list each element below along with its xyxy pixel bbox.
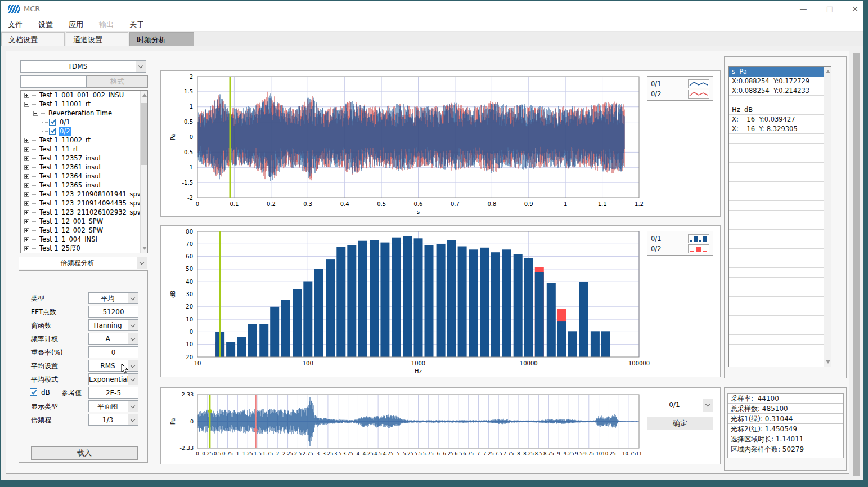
readout-row[interactable] [729, 230, 824, 239]
form-select-平均模式[interactable]: Exponential [88, 373, 138, 385]
form-select-显示类型[interactable]: 平面图 [88, 400, 138, 412]
readout-row[interactable] [729, 278, 824, 287]
octave-spectrum-chart[interactable]: 1010010001000010000080706050403020100-10… [160, 225, 721, 377]
maximize-button[interactable]: □ [818, 2, 841, 16]
readout-row[interactable] [729, 211, 824, 220]
form-select-倍频程[interactable]: 1/3 [88, 414, 138, 426]
form-input-FFT点数[interactable] [88, 306, 138, 318]
tab-时频分析[interactable]: 时频分析 [129, 32, 194, 46]
tree-checkbox[interactable] [49, 128, 56, 135]
expand-icon[interactable] [24, 228, 29, 233]
readout-row[interactable] [729, 153, 824, 163]
chevron-down-icon[interactable] [128, 401, 138, 412]
load-button[interactable]: 载入 [31, 446, 138, 460]
menu-item-设置[interactable]: 设置 [30, 18, 61, 32]
menu-item-应用[interactable]: 应用 [61, 18, 91, 32]
form-select-频率计权[interactable]: A [88, 333, 138, 345]
menu-item-关于[interactable]: 关于 [122, 18, 152, 32]
tree-item[interactable]: Test 1_12357_insul [21, 154, 147, 163]
tab-文档设置[interactable]: 文档设置 [1, 32, 65, 46]
menu-item-文件[interactable]: 文件 [0, 18, 30, 32]
filter-input[interactable] [20, 75, 87, 88]
chevron-down-icon[interactable] [128, 320, 138, 330]
scroll-down-icon[interactable] [826, 360, 830, 364]
tree-item[interactable]: Test 1_123_210908101941_spw [21, 190, 147, 199]
readout-row[interactable] [729, 316, 824, 325]
expand-icon[interactable] [24, 183, 29, 188]
readout-scrollbar[interactable] [824, 67, 831, 367]
scroll-up-icon[interactable] [142, 93, 147, 97]
chevron-down-icon[interactable] [128, 333, 138, 344]
readout-row[interactable] [729, 268, 824, 278]
expand-icon[interactable] [24, 201, 29, 206]
form-select-类型[interactable]: 平均 [88, 292, 138, 304]
chevron-down-icon[interactable] [137, 257, 147, 269]
readout-row[interactable] [729, 306, 824, 316]
channel-select[interactable]: 0/1 [647, 399, 713, 412]
tree-item[interactable]: Test 1_11_rt [21, 145, 147, 154]
tree-item[interactable]: Test 1_12365_insul [21, 181, 147, 190]
minimize-button[interactable]: — [792, 2, 815, 16]
form-select-窗函数[interactable]: Hanning [88, 319, 138, 331]
collapse-icon[interactable] [33, 111, 38, 116]
scroll-down-icon[interactable] [142, 247, 147, 250]
readout-row[interactable]: X:0.088254 Y:0.214233 [729, 86, 824, 96]
readout-row[interactable] [729, 249, 824, 258]
readout-row[interactable] [729, 144, 824, 153]
file-format-select[interactable]: TDMS [20, 60, 146, 73]
tree-item[interactable]: Test 1_12364_insul [21, 172, 147, 181]
tree-checkbox[interactable] [49, 119, 56, 126]
tree-item[interactable]: Test 1_12_001_SPW [21, 217, 147, 226]
readout-row[interactable]: s Pa [729, 67, 824, 77]
readout-row[interactable] [729, 335, 824, 345]
expand-icon[interactable] [24, 246, 29, 251]
expand-icon[interactable] [24, 156, 29, 161]
readout-row[interactable]: Hz dB [729, 105, 824, 115]
cursor1-green-marker[interactable] [208, 409, 212, 413]
chevron-down-icon[interactable] [128, 293, 138, 303]
confirm-button[interactable]: 确定 [647, 417, 713, 430]
readout-row[interactable] [729, 325, 824, 335]
expand-icon[interactable] [24, 165, 29, 170]
expand-icon[interactable] [24, 219, 29, 224]
tree-scroll-thumb[interactable] [141, 103, 147, 165]
tree-item[interactable]: 0/1 [21, 118, 147, 127]
tree-item[interactable]: 0/2 [21, 127, 147, 136]
chevron-down-icon[interactable] [128, 360, 138, 371]
analysis-type-select[interactable]: 倍频程分析 [19, 257, 147, 269]
expand-icon[interactable] [24, 210, 29, 215]
form-select-平均设置[interactable]: RMS [88, 360, 138, 372]
readout-row[interactable] [729, 191, 824, 201]
expand-icon[interactable] [24, 93, 29, 98]
chevron-down-icon[interactable] [128, 374, 138, 385]
expand-icon[interactable] [24, 138, 29, 143]
expand-icon[interactable] [24, 237, 29, 242]
db-checkbox[interactable] [30, 388, 37, 396]
tree-item[interactable]: Test 1_001_001_002_INSU [21, 91, 147, 100]
readout-row[interactable]: X: 16 Y:-8.329305 [729, 124, 824, 134]
readout-row[interactable] [729, 239, 824, 249]
full-record-chart[interactable]: 00.250.50.7511.251.51.7522.252.52.7533.2… [160, 387, 721, 464]
chevron-down-icon[interactable] [136, 61, 146, 72]
readout-row[interactable] [729, 345, 824, 354]
readout-row[interactable] [729, 163, 824, 172]
readout-row[interactable] [729, 134, 824, 144]
readout-row[interactable] [729, 201, 824, 211]
readout-row[interactable] [729, 297, 824, 306]
tree-item[interactable]: Test 1_123_211026102932_spw [21, 208, 147, 217]
expand-icon[interactable] [24, 147, 29, 152]
expand-icon[interactable] [24, 174, 29, 179]
tree-item[interactable]: Test 1_123_210914094435_spw [21, 199, 147, 208]
tree-scrollbar[interactable] [140, 91, 147, 253]
readout-row[interactable] [729, 172, 824, 182]
tree-item[interactable]: Test 1_25度0 [21, 244, 147, 253]
form-input-重叠率(%)[interactable] [88, 346, 138, 358]
tree-item[interactable]: Test 1_12361_insul [21, 163, 147, 172]
time-waveform-chart[interactable]: 00.10.20.30.40.50.60.70.80.911.11.221.51… [160, 70, 721, 217]
cursor2-red-marker[interactable] [254, 428, 257, 432]
readout-row[interactable] [729, 258, 824, 268]
tab-通道设置[interactable]: 通道设置 [66, 32, 128, 46]
readout-row[interactable]: X:0.088254 Y:0.172729 [729, 77, 824, 86]
chevron-down-icon[interactable] [128, 414, 138, 425]
expand-icon[interactable] [24, 192, 29, 197]
